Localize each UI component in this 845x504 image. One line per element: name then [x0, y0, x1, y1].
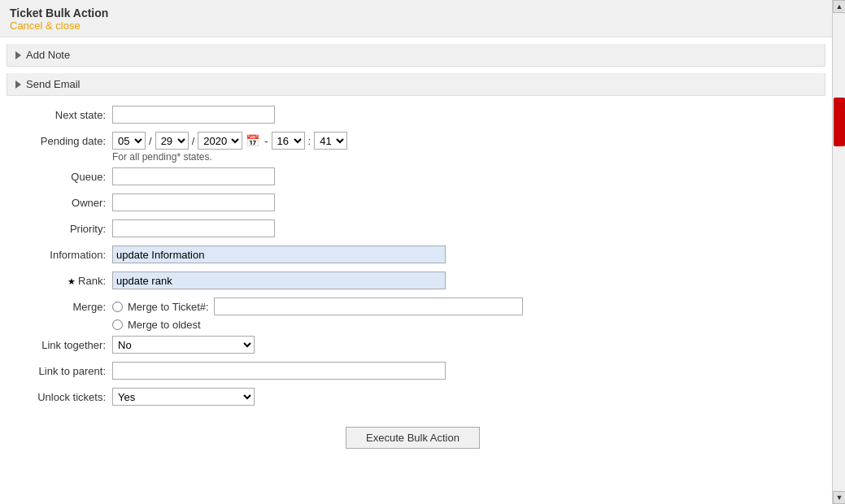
pending-date-controls: 05 / 29 / 2020 📅 - 16 — [112, 132, 347, 150]
merge-label: Merge: — [7, 298, 112, 313]
merge-to-oldest-label: Merge to oldest — [128, 319, 201, 331]
pending-month-select[interactable]: 05 — [112, 132, 146, 150]
pending-minute-select[interactable]: 41 — [314, 132, 347, 150]
next-state-row: Next state: — [7, 106, 819, 127]
unlock-tickets-row: Unlock tickets: Yes No — [7, 388, 819, 409]
merge-to-oldest-radio[interactable] — [112, 319, 123, 330]
merge-to-oldest-option: Merge to oldest — [112, 319, 523, 331]
form-area: Next state: Pending date: 05 / 29 / — [0, 99, 832, 462]
time-colon: : — [307, 135, 313, 147]
send-email-section[interactable]: Send Email — [7, 73, 825, 96]
unlock-tickets-label: Unlock tickets: — [7, 388, 112, 403]
calendar-icon[interactable]: 📅 — [246, 134, 259, 147]
scrollbar-up-arrow[interactable]: ▲ — [833, 0, 845, 13]
pending-date-label: Pending date: — [7, 132, 112, 147]
send-email-label: Send Email — [26, 78, 80, 90]
next-state-label: Next state: — [7, 106, 112, 121]
rank-input[interactable] — [112, 272, 446, 289]
rank-label: Rank: — [7, 272, 112, 287]
header: Ticket Bulk Action Cancel & close — [0, 0, 845, 37]
information-row: Information: — [7, 245, 819, 267]
merge-to-ticket-radio[interactable] — [112, 302, 123, 312]
priority-label: Priority: — [7, 219, 112, 235]
scrollbar-thumb[interactable] — [834, 98, 845, 146]
owner-input[interactable] — [112, 193, 275, 211]
pending-year-select[interactable]: 2020 — [198, 132, 242, 150]
unlock-tickets-select[interactable]: Yes No — [112, 388, 255, 406]
merge-ticket-number-input[interactable] — [214, 298, 523, 315]
merge-to-ticket-option: Merge to Ticket#: — [112, 298, 523, 315]
pending-day-select[interactable]: 29 — [155, 132, 189, 150]
priority-row: Priority: — [7, 219, 819, 241]
time-sep: - — [263, 135, 269, 147]
pending-date-controls-wrapper: 05 / 29 / 2020 📅 - 16 — [112, 132, 347, 163]
add-note-section[interactable]: Add Note — [7, 44, 825, 67]
merge-to-ticket-option-label: Merge to Ticket#: — [128, 301, 209, 313]
date-sep-1: / — [147, 135, 154, 147]
content-area: Add Note Send Email Next state: Pending … — [0, 37, 832, 504]
pending-note: For all pending* states. — [112, 151, 212, 163]
date-sep-2: / — [190, 135, 197, 147]
add-note-label: Add Note — [26, 49, 70, 61]
merge-row: Merge: Merge to Ticket#: Merge to oldest — [7, 298, 819, 331]
scrollbar[interactable]: ▲ ▼ — [832, 0, 845, 504]
link-to-parent-row: Link to parent: — [7, 362, 819, 383]
queue-label: Queue: — [7, 167, 112, 183]
link-to-parent-label: Link to parent: — [7, 362, 112, 377]
queue-input[interactable] — [112, 167, 275, 185]
owner-label: Owner: — [7, 193, 112, 209]
pending-hour-select[interactable]: 16 — [272, 132, 305, 150]
add-note-arrow-icon — [15, 51, 21, 59]
owner-row: Owner: — [7, 193, 819, 215]
link-together-row: Link together: No Yes — [7, 336, 819, 357]
queue-row: Queue: — [7, 167, 819, 189]
rank-row: Rank: — [7, 272, 819, 293]
link-together-select[interactable]: No Yes — [112, 336, 255, 354]
information-label: Information: — [7, 245, 112, 261]
execute-btn-row: Execute Bulk Action — [7, 414, 819, 455]
page-wrapper: Ticket Bulk Action Cancel & close Add No… — [0, 0, 845, 504]
execute-bulk-action-button[interactable]: Execute Bulk Action — [346, 427, 480, 449]
link-to-parent-input[interactable] — [112, 362, 446, 380]
send-email-arrow-icon — [15, 80, 21, 89]
information-input[interactable] — [112, 245, 446, 263]
scrollbar-down-arrow[interactable]: ▼ — [833, 491, 845, 504]
cancel-close-link[interactable]: Cancel & close — [10, 20, 81, 32]
next-state-input[interactable] — [112, 106, 275, 124]
link-together-label: Link together: — [7, 336, 112, 351]
priority-input[interactable] — [112, 219, 275, 237]
page-title: Ticket Bulk Action — [10, 7, 835, 20]
pending-date-row: Pending date: 05 / 29 / 2020 — [7, 132, 819, 163]
merge-options: Merge to Ticket#: Merge to oldest — [112, 298, 523, 331]
